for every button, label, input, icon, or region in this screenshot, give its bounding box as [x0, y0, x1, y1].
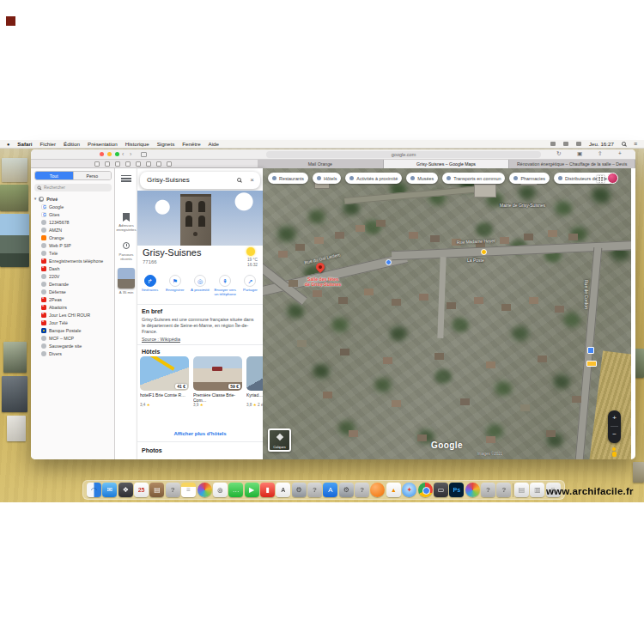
chip-hotels[interactable]: Hôtels	[313, 173, 341, 184]
dock-vlc-icon[interactable]: ▲	[386, 483, 401, 497]
bookmark-folder[interactable]: ▾ Privé	[31, 195, 115, 203]
share-icon[interactable]: ⇧	[598, 150, 602, 157]
bookmark-row[interactable]: 12345678	[31, 218, 115, 226]
chip-activites[interactable]: Activités à proximité	[345, 173, 402, 184]
dock-contacts-icon[interactable]: ▤	[149, 483, 164, 497]
segment-perso[interactable]: Perso	[73, 172, 112, 179]
bookmark-row[interactable]: Orange	[31, 234, 115, 241]
dock-documents-stack-icon[interactable]: ▤	[514, 483, 529, 497]
bookmark-row[interactable]: Télé	[31, 249, 115, 257]
dock-finder-icon[interactable]: ◠	[87, 483, 101, 497]
send-to-phone-button[interactable]: ⇞ Envoyer vers un téléphone	[213, 275, 238, 297]
menu-safari[interactable]: Safari	[17, 141, 32, 147]
status-icon[interactable]	[563, 142, 568, 146]
dock-books-icon[interactable]	[370, 483, 385, 497]
menu-historique[interactable]: Historique	[125, 141, 149, 147]
menu-fichier[interactable]: Fichier	[40, 141, 57, 147]
hotel-card[interactable]: 41 € hotelF1 Brie Comte R… 3,4 ★	[140, 356, 189, 407]
toolbar-icon[interactable]	[146, 161, 151, 167]
chip-pharmacies[interactable]: Pharmacies	[509, 173, 549, 184]
dock-chrome-icon[interactable]	[418, 483, 433, 497]
recents-clock-icon[interactable]	[123, 242, 130, 249]
dock-missing-app-icon[interactable]: ?	[166, 483, 180, 497]
hotel-card[interactable]: Kyriad… 3,8 ★ 2 étoiles	[246, 356, 263, 407]
toolbar-icon[interactable]	[94, 161, 100, 167]
place-photo-church[interactable]	[137, 191, 263, 246]
chip-restaurants[interactable]: Restaurants	[268, 173, 308, 184]
dock-system-preferences-icon[interactable]: ⚙	[292, 483, 307, 497]
zoom-in-button[interactable]: +	[608, 410, 621, 426]
dock-preview-icon[interactable]: ◎	[213, 483, 228, 497]
desktop-file-thumbnail[interactable]	[633, 462, 644, 483]
dock-missing-app-icon[interactable]: ?	[307, 483, 322, 497]
pegman-icon[interactable]	[611, 447, 617, 457]
status-icon[interactable]	[576, 142, 581, 146]
toolbar-icon[interactable]	[167, 161, 172, 167]
dock-missing-app-icon[interactable]: ?	[355, 483, 369, 497]
dock-downloads-stack-icon[interactable]: ▥	[530, 483, 544, 497]
close-icon[interactable]: ×	[250, 172, 254, 189]
hamburger-menu-icon[interactable]	[121, 175, 131, 182]
show-more-hotels-link[interactable]: Afficher plus d'hôtels	[137, 431, 263, 436]
desktop-file-thumbnail[interactable]	[0, 214, 29, 267]
dock-app-store-icon[interactable]: A	[323, 483, 337, 497]
bookmark-row[interactable]: Web P SIP	[31, 241, 115, 249]
toolbar-icon[interactable]	[156, 161, 161, 167]
satellite-map[interactable]: Rue du Gal Leclerc Rue Madame Heyer Rue …	[263, 168, 631, 459]
dock-messages-icon[interactable]: …	[228, 483, 243, 497]
control-center-icon[interactable]: ≡	[634, 141, 637, 147]
bookmark-row[interactable]: Google	[31, 203, 115, 210]
chip-transports[interactable]: Transports en commun	[442, 173, 505, 184]
toolbar-icon[interactable]	[115, 161, 120, 167]
bookmark-row[interactable]: 2Peas	[31, 295, 115, 303]
bookmark-row[interactable]: Dash	[31, 264, 115, 272]
share-button[interactable]: ↗ Partager	[238, 275, 263, 297]
bookmark-row[interactable]: Banque Postale	[31, 326, 115, 334]
layers-button[interactable]: Calques	[268, 428, 291, 452]
spotlight-icon[interactable]	[622, 142, 626, 146]
la-poste-marker[interactable]	[481, 249, 487, 255]
account-avatar[interactable]	[607, 173, 618, 184]
disclosure-triangle-icon[interactable]: ▾	[34, 197, 36, 201]
status-icon[interactable]	[550, 142, 556, 146]
dock-mail-icon[interactable]: ✉	[102, 483, 117, 497]
bookmark-row[interactable]: Gites	[31, 210, 115, 218]
google-apps-grid-icon[interactable]	[597, 175, 605, 183]
zoom-window-button[interactable]	[115, 152, 119, 156]
nearby-button[interactable]: ◎ À proximité	[187, 275, 212, 297]
dock-calendar-icon[interactable]: 25	[134, 483, 149, 497]
toolbar-icon[interactable]	[105, 161, 110, 167]
toolbar-icon[interactable]	[136, 161, 141, 167]
saved-bookmark-icon[interactable]	[123, 213, 130, 222]
bookmark-row[interactable]: Jour Télé	[31, 319, 115, 326]
bookmarks-search-input[interactable]: Rechercher	[34, 184, 112, 191]
maps-search-input[interactable]: Grisy-Suisnes ×	[140, 172, 260, 189]
reload-icon[interactable]: ↻	[556, 150, 561, 157]
close-window-button[interactable]	[100, 152, 104, 156]
tab-google-maps[interactable]: Grisy-Suisnes – Google Maps	[384, 160, 510, 168]
dock-missing-app-icon[interactable]: ?	[496, 483, 511, 497]
reader-icon[interactable]: ▣	[577, 150, 582, 157]
bookmark-row[interactable]: Jour Les CHI ROUR	[31, 311, 115, 319]
desktop-file-thumbnail[interactable]	[7, 416, 26, 441]
apple-menu-icon[interactable]: ●	[7, 142, 9, 147]
tab-mail-orange[interactable]: Mail Orange	[258, 160, 384, 168]
dock-facetime-icon[interactable]: ▶	[245, 483, 259, 497]
save-button[interactable]: ⚑ Enregistrer	[162, 275, 187, 297]
address-bar[interactable]: google.com	[266, 151, 541, 158]
segment-tout[interactable]: Tout	[35, 172, 73, 179]
bookmark-row[interactable]: MCF – MCP	[31, 334, 115, 342]
bookmark-row[interactable]: Divers	[31, 349, 115, 357]
desktop-file-thumbnail[interactable]	[2, 376, 27, 412]
dock-photoshop-icon[interactable]: Ps	[449, 483, 464, 497]
dock-notes-icon[interactable]: ≡	[181, 483, 196, 497]
new-tab-icon[interactable]: +	[618, 150, 622, 156]
menu-signets[interactable]: Signets	[157, 141, 175, 147]
dock-printer-icon[interactable]: ▭	[434, 483, 448, 497]
bookmark-row[interactable]: Demande	[31, 280, 115, 288]
search-icon[interactable]	[237, 178, 241, 182]
back-button[interactable]: ‹	[122, 151, 124, 157]
bookmark-row[interactable]: 220V	[31, 272, 115, 280]
dock-missing-app-icon[interactable]: ?	[481, 483, 495, 497]
wikipedia-source-link[interactable]: Source : Wikipédia	[142, 337, 180, 342]
